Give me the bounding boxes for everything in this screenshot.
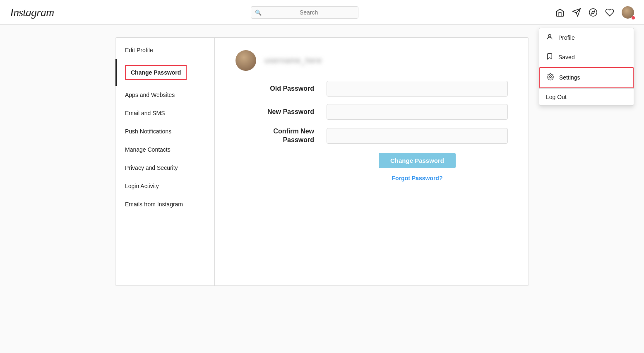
- user-avatar[interactable]: [622, 6, 634, 19]
- send-icon[interactable]: [572, 8, 581, 17]
- dropdown-item-logout[interactable]: Log Out: [539, 89, 634, 105]
- sidebar-item-privacy-security[interactable]: Privacy and Security: [115, 159, 214, 177]
- dropdown-item-saved[interactable]: Saved: [539, 48, 634, 67]
- form-actions: Change Password Forgot Password?: [327, 153, 508, 181]
- confirm-password-row: Confirm NewPassword: [235, 127, 508, 145]
- new-password-row: New Password: [235, 104, 508, 120]
- profile-icon: [546, 33, 553, 43]
- confirm-password-label: Confirm NewPassword: [235, 127, 327, 145]
- header-nav: Profile Saved Settings: [555, 6, 634, 19]
- svg-point-0: [589, 8, 597, 16]
- dropdown-saved-label: Saved: [558, 54, 575, 60]
- dropdown-menu: Profile Saved Settings: [539, 28, 634, 106]
- new-password-label: New Password: [235, 108, 327, 116]
- dropdown-settings-label: Settings: [559, 74, 580, 81]
- sidebar-item-emails-instagram[interactable]: Emails from Instagram: [115, 195, 214, 213]
- sidebar-item-manage-contacts[interactable]: Manage Contacts: [115, 140, 214, 159]
- explore-icon[interactable]: [589, 8, 598, 17]
- form-area: username_here Old Password New Password …: [215, 38, 529, 285]
- old-password-row: Old Password: [235, 81, 508, 97]
- svg-point-1: [548, 34, 551, 37]
- form-avatar: [235, 50, 256, 71]
- profile-row: username_here: [235, 50, 508, 71]
- confirm-password-input[interactable]: [327, 128, 508, 144]
- header: Instagram 🔍: [0, 0, 644, 25]
- heart-icon[interactable]: [605, 8, 614, 17]
- main-content: Edit Profile Change Password Apps and We…: [115, 37, 529, 286]
- new-password-input[interactable]: [327, 104, 508, 120]
- sidebar-item-change-password[interactable]: Change Password: [115, 59, 214, 86]
- dropdown-logout-label: Log Out: [546, 94, 567, 100]
- bookmark-icon: [546, 53, 553, 62]
- sidebar-item-login-activity[interactable]: Login Activity: [115, 177, 214, 195]
- home-icon[interactable]: [555, 8, 565, 17]
- old-password-input[interactable]: [327, 81, 508, 97]
- search-container: 🔍: [251, 6, 358, 19]
- sidebar-item-edit-profile[interactable]: Edit Profile: [115, 41, 214, 59]
- svg-point-2: [550, 75, 552, 77]
- sidebar-item-push-notifications[interactable]: Push Notifications: [115, 122, 214, 140]
- forgot-password-link[interactable]: Forgot Password?: [392, 175, 443, 181]
- profile-username: username_here: [264, 56, 322, 65]
- sidebar: Edit Profile Change Password Apps and We…: [115, 38, 215, 285]
- instagram-logo: Instagram: [10, 6, 54, 19]
- old-password-label: Old Password: [235, 85, 327, 92]
- search-input[interactable]: [251, 6, 358, 19]
- sidebar-item-email-sms[interactable]: Email and SMS: [115, 104, 214, 122]
- dropdown-item-profile[interactable]: Profile: [539, 28, 634, 48]
- dropdown-item-settings[interactable]: Settings: [539, 67, 634, 88]
- gear-icon: [547, 73, 554, 82]
- change-password-button[interactable]: Change Password: [379, 153, 456, 168]
- search-icon: 🔍: [255, 9, 262, 15]
- sidebar-item-apps-websites[interactable]: Apps and Websites: [115, 86, 214, 104]
- dropdown-profile-label: Profile: [558, 34, 575, 41]
